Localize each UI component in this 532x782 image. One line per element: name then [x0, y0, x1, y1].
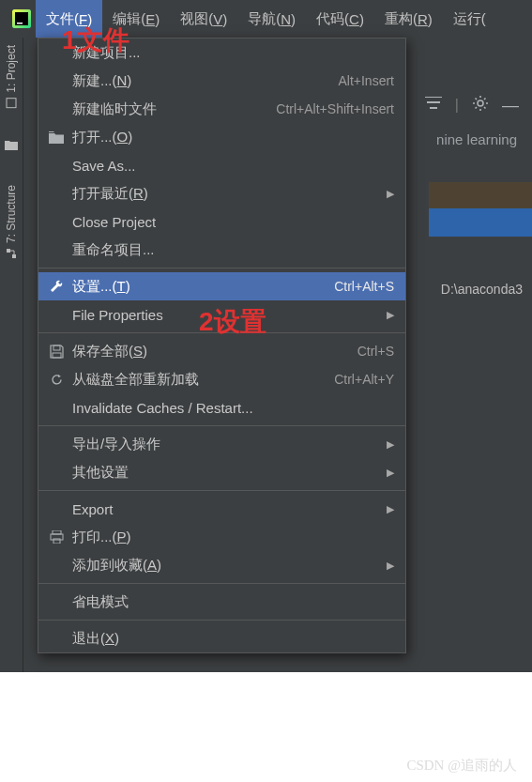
submenu-arrow-icon: ▶ — [387, 438, 394, 451]
menu-separator — [38, 268, 405, 268]
menu-item-label: 退出(X) — [72, 630, 119, 648]
tab-structure-label: 7: Structure — [5, 185, 18, 243]
menu-separator — [38, 620, 405, 621]
tab-project-label: 1: Project — [5, 45, 18, 93]
menu-item-label: 保存全部(S) — [72, 343, 147, 360]
menu-item-label: Invalidate Caches / Restart... — [72, 400, 253, 416]
secondary-toolbar: | — — [412, 88, 532, 122]
tab-project[interactable]: 1: Project — [3, 38, 20, 117]
annotation-1: 1文件 — [62, 23, 129, 58]
menu-C[interactable]: 代码(C) — [306, 0, 374, 38]
file-menu-item-12[interactable]: Invalidate Caches / Restart... — [38, 393, 405, 422]
menu-item-label: 打印...(P) — [72, 529, 131, 546]
selected-row[interactable] — [429, 208, 532, 237]
shortcut: Ctrl+S — [357, 344, 394, 359]
print-icon — [48, 529, 65, 545]
menu-item-label: 其他设置 — [72, 464, 129, 482]
menu-item-label: 导出/导入操作 — [72, 436, 160, 453]
menu-item-label: Save As... — [72, 158, 136, 174]
submenu-arrow-icon: ▶ — [387, 503, 394, 515]
file-menu-item-6[interactable]: Close Project — [38, 207, 405, 236]
file-menu-item-16[interactable]: 打印...(P) — [38, 523, 405, 551]
submenu-arrow-icon: ▶ — [387, 188, 394, 200]
folder-icon — [48, 129, 65, 146]
project-icon — [5, 97, 18, 110]
file-menu-item-18[interactable]: 省电模式 — [38, 588, 405, 616]
svg-rect-4 — [7, 99, 16, 108]
menu-item-label: File Properties — [72, 307, 163, 323]
svg-rect-5 — [12, 254, 16, 258]
menu-item-label: 省电模式 — [72, 593, 129, 611]
shortcut: Ctrl+Alt+S — [334, 279, 394, 294]
file-menu-item-13[interactable]: 导出/导入操作▶ — [38, 430, 405, 458]
menu-item-label: 打开...(O) — [72, 129, 132, 146]
structure-icon — [5, 247, 18, 260]
annotation-2: 2设置 — [199, 304, 266, 340]
shortcut: Ctrl+Alt+Shift+Insert — [276, 101, 394, 116]
reload-icon — [48, 371, 65, 388]
menu-item-label: 重命名项目... — [72, 241, 155, 259]
menu-separator — [38, 425, 405, 426]
menu-item-label: 从磁盘全部重新加载 — [72, 371, 199, 389]
editor-hint: nine learning — [436, 131, 517, 147]
file-menu-item-5[interactable]: 打开最近(R)▶ — [38, 179, 405, 207]
submenu-arrow-icon: ▶ — [387, 309, 394, 321]
tab-structure[interactable]: 7: Structure — [3, 177, 20, 268]
file-menu-item-7[interactable]: 重命名项目... — [38, 236, 405, 264]
svg-rect-3 — [17, 23, 23, 24]
menu-item-label: 打开最近(R) — [72, 185, 148, 203]
interpreter-path: D:\anaconda3 — [441, 282, 523, 297]
menu-separator — [38, 583, 405, 584]
submenu-arrow-icon: ▶ — [387, 467, 394, 479]
file-menu-item-11[interactable]: 从磁盘全部重新加载Ctrl+Alt+Y — [38, 365, 405, 393]
menu-separator — [38, 490, 405, 491]
menu-6[interactable]: 运行( — [443, 0, 496, 38]
file-menu-item-10[interactable]: 保存全部(S)Ctrl+S — [38, 337, 405, 365]
file-menu-item-15[interactable]: Export▶ — [38, 495, 405, 523]
collapse-icon[interactable]: — — [502, 96, 519, 115]
file-menu-item-17[interactable]: 添加到收藏(A)▶ — [38, 551, 405, 579]
save-icon — [48, 343, 65, 360]
menu-R[interactable]: 重构(R) — [374, 0, 443, 38]
highlighted-row — [429, 182, 532, 208]
toolbar-separator: | — [455, 97, 459, 114]
file-menu-item-2[interactable]: 新建临时文件Ctrl+Alt+Shift+Insert — [38, 95, 405, 123]
submenu-arrow-icon: ▶ — [387, 560, 394, 572]
shortcut: Ctrl+Alt+Y — [334, 372, 394, 387]
svg-rect-10 — [53, 530, 61, 534]
filter-icon[interactable] — [425, 97, 442, 114]
file-menu-item-14[interactable]: 其他设置▶ — [38, 458, 405, 486]
file-menu-item-3[interactable]: 打开...(O) — [38, 123, 405, 151]
menu-item-label: 添加到收藏(A) — [72, 557, 161, 575]
file-menu-item-19[interactable]: 退出(X) — [38, 624, 405, 652]
svg-point-7 — [478, 100, 483, 106]
menu-item-label: Export — [72, 501, 113, 517]
left-tool-tabs: 1: Project 7: Structure — [0, 38, 23, 672]
gear-icon[interactable] — [472, 95, 489, 115]
menu-item-label: 新建临时文件 — [72, 100, 157, 118]
menu-item-label: Close Project — [72, 214, 156, 230]
wrench-icon — [48, 278, 65, 295]
file-menu-item-4[interactable]: Save As... — [38, 151, 405, 179]
svg-rect-6 — [7, 249, 10, 253]
file-menu-item-8[interactable]: 设置...(T)Ctrl+Alt+S — [38, 272, 405, 300]
file-menu-item-1[interactable]: 新建...(N)Alt+Insert — [38, 67, 405, 95]
file-menu-dropdown: 新建项目...新建...(N)Alt+Insert新建临时文件Ctrl+Alt+… — [38, 38, 406, 653]
menu-item-label: 新建...(N) — [72, 72, 131, 90]
menu-item-label: 设置...(T) — [72, 278, 130, 296]
shortcut: Alt+Insert — [338, 73, 394, 88]
menu-V[interactable]: 视图(V) — [170, 0, 237, 38]
menu-N[interactable]: 导航(N) — [237, 0, 306, 38]
watermark: CSDN @追雨的人 — [406, 757, 517, 774]
svg-rect-8 — [53, 345, 60, 350]
svg-rect-9 — [53, 353, 61, 358]
app-logo — [8, 0, 36, 38]
folder-icon[interactable] — [5, 138, 18, 151]
